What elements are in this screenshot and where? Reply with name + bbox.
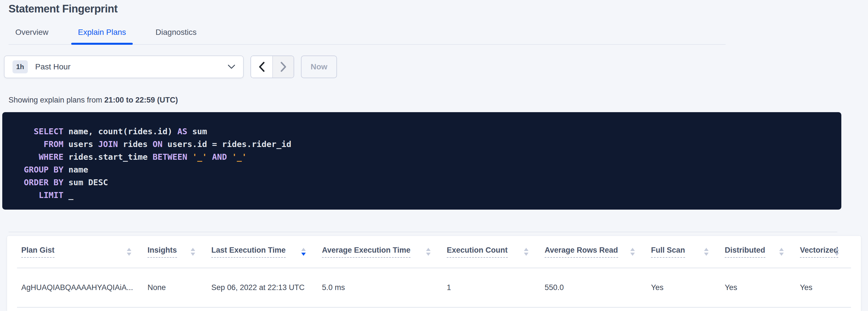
column-header-average-rows-read[interactable]: Average Rows Read	[540, 236, 647, 268]
chevron-right-icon	[280, 62, 286, 72]
sql-token-plain: sum DESC	[64, 178, 108, 187]
sql-token-keyword: AND	[212, 152, 227, 162]
cell-vectorized: Yes	[796, 268, 851, 307]
sort-icon[interactable]	[835, 248, 839, 256]
cell-full-scan: Yes	[647, 268, 720, 307]
sql-line: LIMIT _	[24, 189, 830, 202]
sort-down-arrow-icon[interactable]	[835, 253, 839, 256]
column-label[interactable]: Full Scan	[651, 246, 685, 258]
prev-time-range-button[interactable]	[251, 56, 272, 78]
sort-down-arrow-icon[interactable]	[301, 253, 306, 256]
sql-line: ORDER BY sum DESC	[24, 176, 830, 189]
column-label[interactable]: Average Rows Read	[545, 246, 618, 258]
sql-token-plain: _	[64, 191, 73, 200]
tab-diagnostics[interactable]: Diagnostics	[149, 28, 204, 44]
sort-up-arrow-icon[interactable]	[191, 248, 195, 251]
table-body: AgHUAQIABQAAAAHYAQIAiA...NoneSep 06, 202…	[17, 268, 851, 307]
column-header-execution-count[interactable]: Execution Count	[442, 236, 540, 268]
chevron-left-icon	[259, 62, 265, 72]
time-range-dropdown[interactable]: 1h Past Hour	[4, 56, 244, 78]
sort-down-arrow-icon[interactable]	[630, 253, 635, 256]
column-label[interactable]: Last Execution Time	[211, 246, 286, 258]
column-label[interactable]: Plan Gist	[21, 246, 55, 258]
sort-icon[interactable]	[191, 248, 195, 256]
sort-icon[interactable]	[426, 248, 431, 256]
cell-insights: None	[143, 268, 207, 307]
column-header-plan-gist[interactable]: Plan Gist	[17, 236, 143, 268]
tab-bar: OverviewExplain PlansDiagnostics	[8, 28, 725, 45]
sql-token-plain: name, count(rides.id)	[64, 127, 178, 136]
column-label[interactable]: Insights	[148, 246, 177, 258]
sql-token-keyword: GROUP BY	[24, 165, 64, 174]
time-toolbar: 1h Past Hour Now	[4, 56, 868, 78]
column-label[interactable]: Execution Count	[447, 246, 508, 258]
sort-icon[interactable]	[524, 248, 528, 256]
chevron-down-icon	[228, 65, 235, 69]
sort-down-arrow-icon[interactable]	[191, 253, 195, 256]
explain-plans-table-card: Plan GistInsightsLast Execution TimeAver…	[7, 236, 861, 311]
table-header-row: Plan GistInsightsLast Execution TimeAver…	[17, 236, 851, 268]
sort-up-arrow-icon[interactable]	[426, 248, 431, 251]
sort-icon[interactable]	[127, 248, 131, 256]
time-range-summary: Showing explain plans from 21:00 to 22:5…	[8, 95, 868, 105]
statement-fingerprint-page: Statement Fingerprint OverviewExplain Pl…	[0, 2, 868, 232]
next-time-range-button[interactable]	[272, 56, 293, 78]
sql-token-keyword: FROM	[44, 139, 64, 149]
sort-down-arrow-icon[interactable]	[426, 253, 431, 256]
sql-token-plain	[187, 152, 192, 162]
column-header-insights[interactable]: Insights	[143, 236, 207, 268]
tab-explain-plans[interactable]: Explain Plans	[71, 28, 133, 44]
cell-average-rows-read: 550.0	[540, 268, 647, 307]
cell-plan-gist[interactable]: AgHUAQIABQAAAAHYAQIAiA...	[17, 268, 143, 307]
tab-overview[interactable]: Overview	[8, 28, 55, 44]
column-header-distributed[interactable]: Distributed	[720, 236, 796, 268]
sort-up-arrow-icon[interactable]	[301, 248, 306, 251]
sql-line: FROM users JOIN rides ON users.id = ride…	[24, 138, 830, 151]
column-label[interactable]: Distributed	[725, 246, 765, 258]
sort-down-arrow-icon[interactable]	[524, 253, 528, 256]
cell-last-execution-time: Sep 06, 2022 at 22:13 UTC	[207, 268, 318, 307]
sort-up-arrow-icon[interactable]	[835, 248, 839, 251]
sql-token-keyword: SELECT	[34, 127, 64, 136]
sort-down-arrow-icon[interactable]	[704, 253, 709, 256]
cell-execution-count: 1	[442, 268, 540, 307]
sql-line: SELECT name, count(rides.id) AS sum	[24, 125, 830, 138]
cell-distributed: Yes	[720, 268, 796, 307]
time-range-step-group	[250, 56, 294, 78]
sort-icon[interactable]	[630, 248, 635, 256]
sql-token-keyword: JOIN	[98, 139, 118, 149]
page-title: Statement Fingerprint	[8, 2, 868, 15]
summary-prefix: Showing explain plans from	[8, 96, 104, 104]
sort-up-arrow-icon[interactable]	[127, 248, 131, 251]
column-header-vectorized[interactable]: Vectorized	[796, 236, 851, 268]
sql-token-string: '_'	[192, 152, 207, 162]
cell-average-execution-time: 5.0 ms	[318, 268, 442, 307]
sort-up-arrow-icon[interactable]	[779, 248, 784, 251]
column-header-full-scan[interactable]: Full Scan	[647, 236, 720, 268]
column-header-last-execution-time[interactable]: Last Execution Time	[207, 236, 318, 268]
sql-token-string: '_'	[232, 152, 247, 162]
sort-icon[interactable]	[779, 248, 784, 256]
sort-icon[interactable]	[704, 248, 709, 256]
sort-icon[interactable]	[301, 248, 306, 256]
sort-down-arrow-icon[interactable]	[127, 253, 131, 256]
column-label[interactable]: Vectorized	[800, 246, 838, 258]
sql-token-plain: rides	[118, 139, 153, 149]
sql-token-plain	[24, 191, 38, 200]
sort-up-arrow-icon[interactable]	[704, 248, 709, 251]
sql-line: GROUP BY name	[24, 164, 830, 176]
sql-line: WHERE rides.start_time BETWEEN '_' AND '…	[24, 151, 830, 164]
sort-up-arrow-icon[interactable]	[630, 248, 635, 251]
sql-token-plain	[24, 152, 38, 162]
column-header-average-execution-time[interactable]: Average Execution Time	[318, 236, 442, 268]
sql-token-plain: users.id = rides.rider_id	[162, 139, 291, 149]
sort-down-arrow-icon[interactable]	[779, 253, 784, 256]
sql-statement-box: SELECT name, count(rides.id) AS sum FROM…	[2, 112, 841, 210]
now-button[interactable]: Now	[301, 56, 337, 78]
sort-up-arrow-icon[interactable]	[524, 248, 528, 251]
sql-token-keyword: ORDER BY	[24, 178, 64, 187]
sql-token-keyword: LIMIT	[38, 191, 63, 200]
table-row[interactable]: AgHUAQIABQAAAAHYAQIAiA...NoneSep 06, 202…	[17, 268, 851, 307]
sql-token-plain: users	[64, 139, 98, 149]
column-label[interactable]: Average Execution Time	[322, 246, 410, 258]
